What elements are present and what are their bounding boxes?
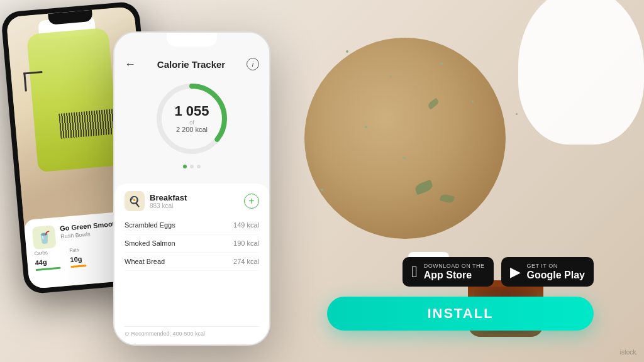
meals-section: 🍳 Breakfast 883 kcal + Scrambled Eggs 14… xyxy=(114,184,269,344)
meal-title-block: Breakfast 883 kcal xyxy=(150,193,187,209)
wooden-board xyxy=(304,38,506,239)
install-button[interactable]: INSTALL xyxy=(327,297,594,331)
back-button[interactable]: ← xyxy=(125,58,136,71)
breakfast-title: Breakfast xyxy=(150,193,187,202)
app-store-main-text: App Store xyxy=(424,269,485,281)
watermark: istock. xyxy=(620,349,638,356)
product-brand: Rush Bowls xyxy=(60,231,91,239)
app-title: Calorie Tracker xyxy=(157,59,225,70)
add-meal-button[interactable]: + xyxy=(244,194,259,209)
apple-icon:  xyxy=(411,262,418,282)
phone-notch-front xyxy=(167,33,217,47)
herb-speck xyxy=(365,126,367,128)
herb-speck xyxy=(440,63,443,65)
calorie-current: 1 055 xyxy=(174,104,209,118)
info-button[interactable]: i xyxy=(247,58,259,70)
herb-speck xyxy=(390,75,392,77)
fats-label: Fats xyxy=(69,246,86,253)
herb-speck xyxy=(346,50,348,53)
meal-item-name-2: Smoked Salmon xyxy=(125,239,175,247)
breakfast-kcal: 883 kcal xyxy=(150,202,187,209)
meal-item-2: Smoked Salmon 190 kcal xyxy=(125,234,259,253)
google-play-top-text: GET IT ON xyxy=(527,263,585,269)
meal-item-kcal-2: 190 kcal xyxy=(233,239,259,247)
meal-title-group: 🍳 Breakfast 883 kcal xyxy=(125,191,187,211)
app-header: ← Calorie Tracker i xyxy=(114,50,269,78)
carbs-macro: Carbs 44g xyxy=(34,249,61,271)
meal-item-name-1: Scrambled Eggs xyxy=(125,221,175,229)
google-play-main-text: Google Play xyxy=(527,269,585,281)
herb-speck xyxy=(321,189,323,191)
meal-item-kcal-3: 274 kcal xyxy=(233,258,259,265)
fats-value: 10g xyxy=(70,255,82,264)
product-icon: 🥤 xyxy=(32,225,57,250)
pagination-dots xyxy=(183,165,201,168)
macro-row: Carbs 44g Fats 10g xyxy=(34,246,86,271)
fats-macro: Fats 10g xyxy=(69,246,87,268)
app-store-button[interactable]:  Download on the App Store xyxy=(402,257,493,287)
teapot-decoration xyxy=(518,0,644,145)
calorie-of-label: of xyxy=(174,119,209,126)
carbs-bar xyxy=(36,267,61,271)
carbs-label: Carbs xyxy=(34,249,60,256)
calorie-ring-container: 1 055 of 2 200 kcal xyxy=(151,78,233,160)
dot-2 xyxy=(190,165,194,168)
meal-header: 🍳 Breakfast 883 kcal + xyxy=(125,191,259,211)
recommended-text: ⊙ Recommended: 400-500 kcal xyxy=(125,326,259,337)
phone-front-mockup: ← Calorie Tracker i 1 055 of 2 200 kcal xyxy=(113,31,270,346)
google-play-text: GET IT ON Google Play xyxy=(527,263,585,281)
smoothie-bottle xyxy=(26,28,120,172)
corner-bracket-tl xyxy=(23,71,44,92)
app-store-top-text: Download on the xyxy=(424,263,485,269)
herb-speck xyxy=(516,113,518,115)
google-play-button[interactable]: ▶ GET IT ON Google Play xyxy=(501,257,594,287)
app-store-text: Download on the App Store xyxy=(424,263,485,281)
breakfast-icon: 🍳 xyxy=(125,191,145,211)
google-play-icon: ▶ xyxy=(510,264,521,280)
phone-screen: ← Calorie Tracker i 1 055 of 2 200 kcal xyxy=(114,33,269,344)
carbs-value: 44g xyxy=(35,258,47,267)
herb-speck xyxy=(472,101,474,102)
calorie-section: 1 055 of 2 200 kcal xyxy=(114,78,269,168)
meal-item-1: Scrambled Eggs 149 kcal xyxy=(125,216,259,234)
dot-1 xyxy=(183,165,187,168)
meal-item-name-3: Wheat Bread xyxy=(125,258,165,265)
fats-bar xyxy=(70,265,86,268)
ring-center-text: 1 055 of 2 200 kcal xyxy=(174,104,209,133)
meal-item-kcal-1: 149 kcal xyxy=(233,221,259,229)
store-buttons-container:  Download on the App Store ▶ GET IT ON … xyxy=(402,257,594,287)
install-label: INSTALL xyxy=(427,305,493,322)
meal-item-3: Wheat Bread 274 kcal xyxy=(125,253,259,271)
calorie-max: 2 200 kcal xyxy=(174,126,209,133)
dot-3 xyxy=(197,165,201,168)
